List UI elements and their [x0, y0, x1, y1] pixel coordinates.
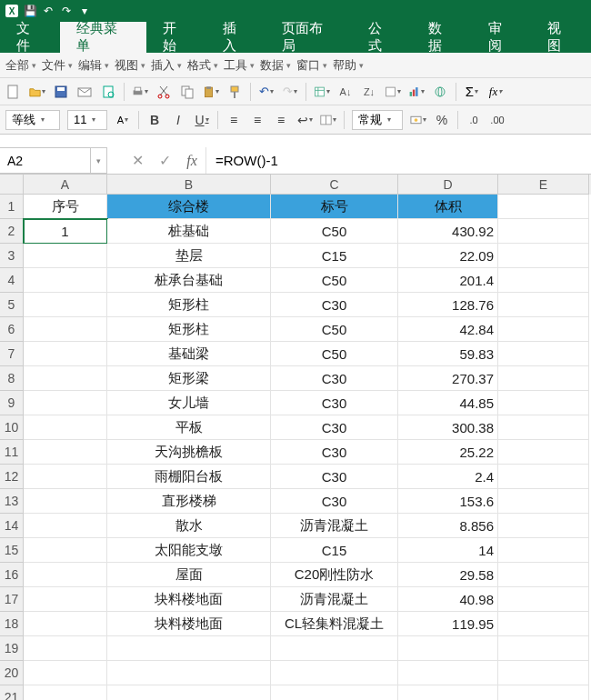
cell[interactable]: 标号 — [271, 195, 398, 219]
percent-icon[interactable]: % — [434, 112, 450, 128]
cell[interactable] — [24, 244, 107, 268]
tab-classic-menu[interactable]: 经典菜单 — [60, 22, 146, 53]
tab-home[interactable]: 开始 — [146, 22, 206, 53]
cell[interactable]: 沥青混凝土 — [271, 587, 398, 612]
cell[interactable] — [24, 514, 107, 538]
cell[interactable] — [498, 514, 589, 538]
tab-data[interactable]: 数据 — [412, 22, 472, 53]
cell[interactable]: 块料楼地面 — [107, 587, 271, 612]
redo-icon[interactable]: ↷ — [282, 84, 298, 100]
cell[interactable] — [498, 465, 589, 489]
tab-page-layout[interactable]: 页面布局 — [265, 22, 352, 53]
cell[interactable] — [24, 636, 107, 661]
mail-icon[interactable] — [76, 84, 93, 100]
undo-icon[interactable]: ↶ — [42, 5, 55, 17]
cell[interactable] — [271, 685, 398, 700]
function-icon[interactable]: fx — [487, 84, 504, 100]
cell[interactable]: C15 — [271, 244, 398, 268]
undo-icon[interactable]: ↶ — [258, 84, 275, 100]
style-select[interactable]: 等线 — [5, 110, 60, 130]
menu-data[interactable]: 数据 — [260, 57, 291, 74]
cell[interactable]: C30 — [271, 440, 398, 465]
enter-icon[interactable]: ✓ — [151, 147, 178, 174]
cell[interactable] — [498, 612, 589, 636]
namebox-dropdown-icon[interactable]: ▾ — [91, 147, 107, 174]
cell[interactable] — [24, 366, 107, 391]
cell[interactable]: 综合楼 — [107, 195, 271, 219]
sort-desc-icon[interactable]: Z↓ — [361, 84, 377, 100]
print-icon[interactable] — [132, 84, 148, 100]
cell[interactable] — [24, 685, 107, 700]
cell[interactable]: 40.98 — [398, 587, 498, 612]
row-header[interactable]: 16 — [0, 563, 24, 587]
cell[interactable]: 1 — [24, 219, 107, 244]
save-icon[interactable]: 💾 — [24, 5, 36, 17]
cell[interactable] — [107, 685, 271, 700]
cell[interactable] — [498, 268, 589, 293]
cell[interactable]: C30 — [271, 293, 398, 317]
number-format-select[interactable]: 常规 — [352, 110, 403, 130]
cell[interactable]: C30 — [271, 391, 398, 415]
save-icon[interactable] — [53, 84, 69, 100]
bold-button[interactable]: B — [146, 112, 163, 128]
cut-icon[interactable] — [155, 84, 172, 100]
cell[interactable]: C15 — [271, 538, 398, 563]
cell[interactable]: 128.76 — [398, 293, 498, 317]
italic-button[interactable]: I — [170, 112, 186, 128]
col-header-d[interactable]: D — [398, 175, 498, 195]
cell[interactable] — [271, 661, 398, 685]
fx-icon[interactable]: fx — [178, 147, 205, 174]
cell[interactable]: C50 — [271, 342, 398, 366]
row-header[interactable]: 1 — [0, 195, 24, 219]
menu-all[interactable]: 全部 — [5, 57, 36, 74]
menu-window[interactable]: 窗口 — [296, 57, 327, 74]
sort-asc-icon[interactable]: A↓ — [337, 84, 354, 100]
cell[interactable] — [24, 317, 107, 342]
cell[interactable] — [271, 636, 398, 661]
cell[interactable] — [498, 342, 589, 366]
align-center-icon[interactable]: ≡ — [249, 112, 265, 128]
cell[interactable]: 8.856 — [398, 514, 498, 538]
cell[interactable] — [24, 661, 107, 685]
row-header[interactable]: 19 — [0, 636, 24, 661]
menu-view[interactable]: 视图 — [115, 57, 145, 74]
cell[interactable]: 直形楼梯 — [107, 489, 271, 514]
row-header[interactable]: 7 — [0, 342, 24, 366]
cell[interactable]: C50 — [271, 268, 398, 293]
paste-icon[interactable] — [203, 84, 219, 100]
underline-button[interactable]: U — [194, 112, 210, 128]
cell[interactable]: 沥青混凝土 — [271, 514, 398, 538]
cell[interactable]: 2.4 — [398, 465, 498, 489]
cell[interactable]: 270.37 — [398, 366, 498, 391]
row-header[interactable]: 14 — [0, 514, 24, 538]
tab-review[interactable]: 审阅 — [472, 22, 532, 53]
cell[interactable] — [498, 563, 589, 587]
cell[interactable]: C30 — [271, 415, 398, 440]
cell[interactable] — [24, 587, 107, 612]
cell[interactable]: 300.38 — [398, 415, 498, 440]
pivot-icon[interactable] — [314, 84, 330, 100]
decrease-decimal-icon[interactable]: .0 — [466, 112, 482, 128]
cell[interactable]: CL轻集料混凝土 — [271, 612, 398, 636]
menu-file[interactable]: 文件 — [42, 57, 73, 74]
cell[interactable]: 矩形梁 — [107, 366, 271, 391]
cell[interactable]: 42.84 — [398, 317, 498, 342]
print-preview-icon[interactable] — [100, 84, 116, 100]
cell[interactable]: 430.92 — [398, 219, 498, 244]
cell[interactable] — [498, 195, 589, 219]
row-header[interactable]: 3 — [0, 244, 24, 268]
cell[interactable] — [24, 538, 107, 563]
row-header[interactable]: 12 — [0, 465, 24, 489]
cell[interactable]: 平板 — [107, 415, 271, 440]
cell[interactable] — [398, 636, 498, 661]
cell[interactable]: C20刚性防水 — [271, 563, 398, 587]
link-icon[interactable] — [432, 84, 448, 100]
select-all-corner[interactable] — [0, 175, 24, 195]
cell[interactable]: 44.85 — [398, 391, 498, 415]
row-header[interactable]: 21 — [0, 685, 24, 700]
cell[interactable]: 153.6 — [398, 489, 498, 514]
cell[interactable] — [24, 342, 107, 366]
cell[interactable]: C50 — [271, 219, 398, 244]
cell[interactable]: 29.58 — [398, 563, 498, 587]
cancel-icon[interactable]: ✕ — [124, 147, 151, 174]
